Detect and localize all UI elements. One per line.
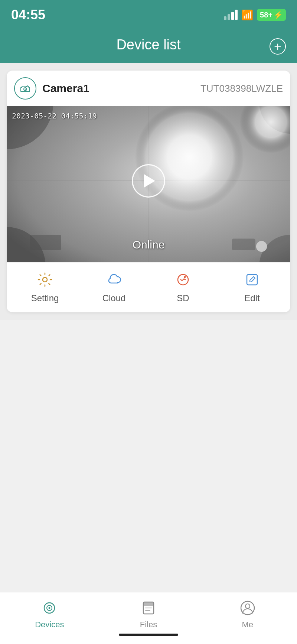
files-nav-label: Files <box>140 620 157 630</box>
status-icons: 📶 58+ ⚡ <box>224 9 286 21</box>
home-indicator <box>119 634 178 636</box>
sd-icon <box>173 270 193 289</box>
camera-header: Camera1 TUT038398LWZLE <box>7 71 290 106</box>
cloud-label: Cloud <box>102 293 126 303</box>
page-title: Device list <box>116 37 180 53</box>
nav-item-files[interactable]: Files <box>99 599 198 630</box>
sd-label: SD <box>177 293 189 303</box>
online-status-label: Online <box>133 238 165 251</box>
battery-indicator: 58+ ⚡ <box>257 9 286 21</box>
wifi-icon: 📶 <box>241 9 253 21</box>
svg-point-19 <box>49 607 50 609</box>
nav-item-devices[interactable]: Devices <box>0 599 99 630</box>
edit-label: Edit <box>244 293 260 303</box>
cloud-icon <box>104 270 124 289</box>
me-nav-icon <box>239 599 257 617</box>
svg-rect-21 <box>143 602 154 606</box>
svg-point-14 <box>43 277 47 282</box>
setting-button[interactable]: Setting <box>10 270 79 303</box>
camera-card: Camera1 TUT038398LWZLE <box>7 71 290 312</box>
camera-avatar <box>14 77 36 100</box>
main-content: Camera1 TUT038398LWZLE <box>0 63 297 320</box>
nav-item-me[interactable]: Me <box>198 599 297 630</box>
devices-nav-label: Devices <box>35 620 64 630</box>
svg-point-1 <box>25 89 26 90</box>
files-nav-icon <box>140 599 157 617</box>
svg-point-13 <box>256 241 267 252</box>
edit-button[interactable]: Edit <box>218 270 287 303</box>
cloud-button[interactable]: Cloud <box>79 270 148 303</box>
setting-icon <box>35 270 55 289</box>
video-timestamp: 2023-05-22 04:55:19 <box>12 111 97 120</box>
camera-actions: Setting Cloud <box>7 262 290 312</box>
svg-rect-11 <box>30 235 61 250</box>
status-bar: 04:55 📶 58+ ⚡ <box>0 0 297 30</box>
play-button[interactable] <box>132 164 165 198</box>
me-nav-label: Me <box>242 620 253 630</box>
bottom-nav: Devices Files Me <box>0 592 297 644</box>
svg-point-25 <box>245 604 250 608</box>
svg-rect-12 <box>232 239 255 250</box>
edit-icon <box>242 270 262 289</box>
camera-name: Camera1 <box>42 82 89 95</box>
setting-label: Setting <box>31 293 59 303</box>
devices-nav-icon <box>40 599 58 617</box>
add-device-button[interactable]: + <box>270 38 286 55</box>
video-preview[interactable]: 2023-05-22 04:55:19 Online <box>7 106 290 262</box>
sd-button[interactable]: SD <box>148 270 218 303</box>
signal-icon <box>224 10 238 20</box>
play-icon <box>144 174 155 188</box>
status-time: 04:55 <box>11 7 45 23</box>
camera-icon <box>19 82 31 94</box>
svg-rect-16 <box>247 274 257 285</box>
page-header: Device list + <box>0 30 297 63</box>
camera-device-id: TUT038398LWZLE <box>200 83 283 94</box>
